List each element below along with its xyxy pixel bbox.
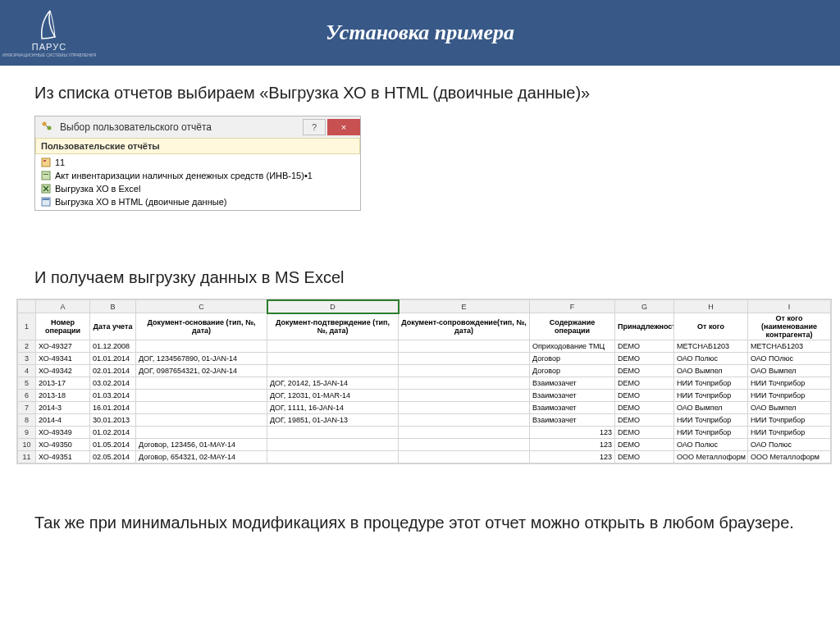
col-header-selected[interactable]: D <box>267 300 399 313</box>
row-header[interactable]: 10 <box>18 439 36 451</box>
cell[interactable]: 01.01.2014 <box>90 353 136 365</box>
cell[interactable]: 123 <box>530 439 615 451</box>
data-header[interactable]: Содержание операции <box>530 313 615 340</box>
row-header[interactable]: 6 <box>18 390 36 402</box>
cell[interactable]: ООО Металлоформ <box>748 451 831 463</box>
cell[interactable]: DEMO <box>615 340 674 353</box>
cell[interactable] <box>267 353 399 365</box>
cell[interactable]: ОАО Полюс <box>674 439 748 451</box>
cell[interactable] <box>399 414 530 427</box>
cell[interactable]: ДОГ, 12031, 01-MAR-14 <box>267 390 399 402</box>
data-header[interactable]: Дата учета <box>90 313 136 340</box>
cell[interactable]: ОАО Полюс <box>748 439 831 451</box>
cell[interactable]: Договор, 654321, 02-MAY-14 <box>136 451 267 463</box>
cell[interactable]: НИИ Точприбор <box>674 377 748 390</box>
data-header[interactable]: От кого (наименование контрагента) <box>748 313 831 340</box>
cell[interactable]: ДОГ, 0987654321, 02-JAN-14 <box>136 365 267 377</box>
cell[interactable] <box>136 377 267 390</box>
cell[interactable]: ХО-49349 <box>36 427 90 439</box>
cell[interactable]: Взаимозачет <box>530 402 615 414</box>
cell[interactable]: ХО-49327 <box>36 340 90 353</box>
cell[interactable]: 01.03.2014 <box>90 390 136 402</box>
cell[interactable]: Договор, 123456, 01-MAY-14 <box>136 439 267 451</box>
cell[interactable] <box>136 402 267 414</box>
data-header[interactable]: Документ-подтверждение (тип, №, дата) <box>267 313 399 340</box>
row-header[interactable]: 2 <box>18 340 36 353</box>
cell[interactable]: 2014-3 <box>36 402 90 414</box>
cell[interactable] <box>399 390 530 402</box>
cell[interactable]: 2013-17 <box>36 377 90 390</box>
cell[interactable]: ОАО Вымпел <box>748 402 831 414</box>
cell[interactable]: ДОГ, 20142, 15-JAN-14 <box>267 377 399 390</box>
cell[interactable]: ОАО Вымпел <box>674 365 748 377</box>
cell[interactable] <box>267 365 399 377</box>
cell[interactable] <box>399 427 530 439</box>
cell[interactable] <box>136 427 267 439</box>
cell[interactable]: 16.01.2014 <box>90 402 136 414</box>
col-header[interactable]: C <box>136 300 267 313</box>
cell[interactable]: ОАО Вымпел <box>748 365 831 377</box>
cell[interactable]: 01.02.2014 <box>90 427 136 439</box>
data-header[interactable]: Документ-основание (тип, №, дата) <box>136 313 267 340</box>
col-header[interactable]: H <box>674 300 748 313</box>
cell[interactable]: 2013-18 <box>36 390 90 402</box>
list-item[interactable]: Акт инвентаризации наличных денежных сре… <box>39 169 357 182</box>
cell[interactable]: Взаимозачет <box>530 377 615 390</box>
cell[interactable]: 03.02.2014 <box>90 377 136 390</box>
cell[interactable] <box>136 390 267 402</box>
cell[interactable]: DEMO <box>615 414 674 427</box>
cell[interactable]: НИИ Точприбор <box>748 427 831 439</box>
cell[interactable]: ДОГ, 19851, 01-JAN-13 <box>267 414 399 427</box>
cell[interactable] <box>399 365 530 377</box>
cell[interactable] <box>399 340 530 353</box>
cell[interactable] <box>267 427 399 439</box>
close-button[interactable]: × <box>327 119 360 135</box>
row-header[interactable]: 9 <box>18 427 36 439</box>
cell[interactable]: НИИ Точприбор <box>748 390 831 402</box>
cell[interactable]: DEMO <box>615 427 674 439</box>
cell[interactable]: ОАО Вымпел <box>674 402 748 414</box>
cell[interactable]: НИИ Точприбор <box>674 427 748 439</box>
col-header[interactable]: G <box>615 300 674 313</box>
data-header[interactable]: Документ-сопровождение(тип, №, дата) <box>399 313 530 340</box>
col-header[interactable]: I <box>748 300 831 313</box>
list-item[interactable]: Выгрузка ХО в HTML (двоичные данные) <box>39 195 357 208</box>
help-button[interactable]: ? <box>303 119 326 135</box>
cell[interactable]: 02.01.2014 <box>90 365 136 377</box>
cell[interactable]: DEMO <box>615 365 674 377</box>
cell[interactable]: ООО Металлоформ <box>674 451 748 463</box>
cell[interactable] <box>399 451 530 463</box>
cell[interactable]: Оприходование ТМЦ <box>530 340 615 353</box>
cell[interactable]: Взаимозачет <box>530 414 615 427</box>
cell[interactable]: DEMO <box>615 402 674 414</box>
cell[interactable]: ДОГ, 1234567890, 01-JAN-14 <box>136 353 267 365</box>
data-header[interactable]: От кого <box>674 313 748 340</box>
cell[interactable] <box>399 402 530 414</box>
col-header[interactable]: E <box>399 300 530 313</box>
cell[interactable]: 123 <box>530 451 615 463</box>
cell[interactable]: ХО-49341 <box>36 353 90 365</box>
list-item[interactable]: 11 <box>39 156 357 169</box>
data-header[interactable]: Принадлежность <box>615 313 674 340</box>
row-header[interactable]: 4 <box>18 365 36 377</box>
cell[interactable]: ОАО ПОлюс <box>748 353 831 365</box>
cell[interactable]: МЕТСНАБ1203 <box>748 340 831 353</box>
cell[interactable] <box>267 340 399 353</box>
cell[interactable]: ДОГ, 1111, 16-JAN-14 <box>267 402 399 414</box>
cell[interactable]: Взаимозачет <box>530 390 615 402</box>
row-header[interactable]: 1 <box>18 313 36 340</box>
cell[interactable]: 02.05.2014 <box>90 451 136 463</box>
cell[interactable]: ХО-49342 <box>36 365 90 377</box>
cell[interactable]: НИИ Точприбор <box>748 414 831 427</box>
cell[interactable]: ХО-49351 <box>36 451 90 463</box>
col-header[interactable]: F <box>530 300 615 313</box>
cell[interactable]: DEMO <box>615 451 674 463</box>
row-header[interactable]: 11 <box>18 451 36 463</box>
cell[interactable]: НИИ Точприбор <box>748 377 831 390</box>
col-header[interactable]: B <box>90 300 136 313</box>
cell[interactable]: 01.05.2014 <box>90 439 136 451</box>
row-header[interactable]: 7 <box>18 402 36 414</box>
cell[interactable] <box>267 439 399 451</box>
cell[interactable] <box>267 451 399 463</box>
cell[interactable] <box>399 353 530 365</box>
